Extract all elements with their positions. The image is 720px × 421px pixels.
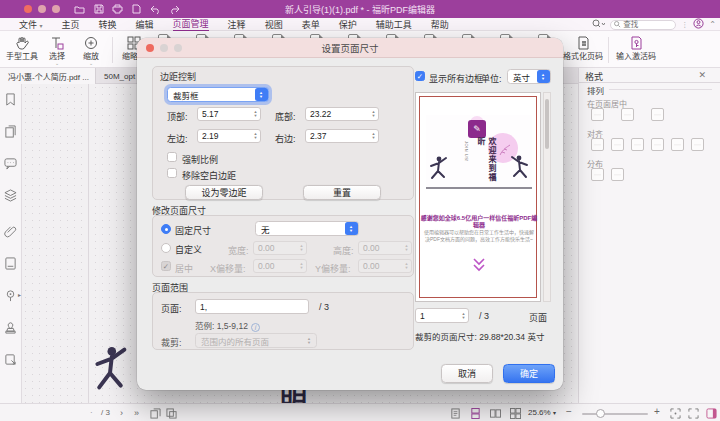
menu-view[interactable]: 视图 (265, 18, 283, 31)
box-type-dropdown[interactable]: 裁剪框 ▲▼ (167, 87, 269, 102)
right-margin-label: 右边: (275, 132, 296, 145)
last-page-icon[interactable]: » (134, 408, 139, 418)
scrollbar-thumb[interactable] (545, 99, 549, 149)
zoom-in-button[interactable]: + (654, 406, 660, 417)
preview-page-field[interactable]: 1▲▼ (415, 308, 469, 323)
sidebar-expand-arrow-icon[interactable]: ▸ (18, 291, 21, 298)
align-top-icon[interactable] (651, 138, 664, 151)
bottom-margin-field[interactable]: 23.22▲▼ (305, 107, 379, 121)
zero-margin-button[interactable]: 设为零边距 (185, 185, 263, 200)
menu-protect[interactable]: 保护 (339, 18, 357, 31)
panel-toggle-icon[interactable] (706, 408, 717, 419)
collapse-ribbon-icon[interactable]: ⌃ (709, 20, 716, 29)
find-options-icon[interactable] (592, 19, 605, 30)
preview-scrollbar[interactable] (543, 92, 551, 302)
stepper-icon[interactable]: ▲▼ (251, 132, 260, 139)
chevron-down-icon: ⌄ (40, 61, 74, 65)
remove-white-margins-checkbox[interactable] (167, 168, 177, 178)
distribute-vertical-icon[interactable] (611, 168, 624, 181)
custom-size-radio[interactable] (161, 243, 171, 253)
more-options-icon[interactable]: ⋮ (681, 21, 688, 29)
pages-panel-icon[interactable] (4, 124, 18, 138)
single-page-view-icon[interactable] (450, 408, 461, 419)
fixed-size-dropdown[interactable]: 无 ▲▼ (255, 221, 359, 236)
zoom-slider[interactable] (582, 413, 648, 415)
hand-tool-button[interactable]: 手型工具 (2, 33, 42, 61)
ok-button[interactable]: 确定 (503, 364, 555, 383)
constrain-proportions-label: 强制比例 (182, 153, 218, 166)
menu-home[interactable]: 主页 (62, 18, 80, 31)
right-margin-field[interactable]: 2.37▲▼ (305, 129, 379, 143)
menu-file[interactable]: 文件 ▾ (19, 18, 43, 31)
stepper-icon[interactable]: ▲▼ (459, 312, 468, 319)
bookmarks-panel-icon[interactable] (4, 92, 18, 106)
menu-help[interactable]: 帮助 (431, 18, 449, 31)
left-margin-field[interactable]: 2.19▲▼ (197, 129, 261, 143)
zoom-tool-button[interactable]: 缩放⌄ (74, 33, 108, 65)
menu-convert[interactable]: 转换 (99, 18, 117, 31)
cancel-button[interactable]: 取消 (441, 364, 493, 383)
stamps-panel-icon[interactable] (4, 320, 18, 334)
continuous-facing-view-icon[interactable] (510, 408, 521, 419)
align-bottom-icon[interactable] (691, 138, 704, 151)
fields-panel-icon[interactable] (4, 256, 18, 270)
info-icon[interactable]: i (251, 323, 260, 332)
search-input[interactable] (623, 20, 669, 29)
fit-page-icon[interactable] (670, 408, 681, 419)
align-right-icon[interactable] (631, 138, 644, 151)
navigation-sidebar: ▸ (0, 84, 22, 403)
clipboard-copy-icon[interactable] (166, 408, 177, 419)
stepper-icon[interactable]: ▲▼ (369, 110, 378, 117)
menu-edit[interactable]: 编辑 (136, 18, 154, 31)
next-page-icon[interactable]: › (120, 408, 123, 418)
cropped-size-info: 裁剪的页面尺寸: 29.88*20.34 英寸 (415, 330, 544, 342)
align-left-icon[interactable] (591, 138, 604, 151)
zoom-out-button[interactable]: − (566, 406, 572, 417)
close-icon[interactable]: ✕ (698, 70, 706, 80)
enter-activation-code-button[interactable]: 输入激活码 (612, 33, 660, 61)
ribbon-separator (608, 37, 609, 63)
stepper-icon[interactable]: ▲▼ (251, 110, 260, 117)
center-vertical-icon[interactable] (621, 108, 634, 121)
snapshot-icon[interactable] (150, 408, 161, 419)
align-middle-icon[interactable] (671, 138, 684, 151)
fixed-size-radio[interactable] (161, 224, 171, 234)
account-avatar-icon[interactable] (693, 18, 704, 31)
comments-panel-icon[interactable] (4, 156, 18, 170)
stepper-icon[interactable]: ▲▼ (369, 132, 378, 139)
crop-scope-dropdown: 范围内的所有页面 ▲▼ (195, 333, 317, 348)
zoom-level-dropdown[interactable]: 25.6% ▾ (528, 408, 556, 417)
destinations-panel-icon[interactable] (4, 288, 18, 302)
layers-panel-icon[interactable] (4, 188, 18, 202)
distribute-horizontal-icon[interactable] (591, 168, 604, 181)
align-center-icon[interactable] (611, 138, 624, 151)
ribbon-separator (112, 37, 113, 63)
fullscreen-icon[interactable] (688, 408, 699, 419)
select-tool-button[interactable]: 选择⌄ (40, 33, 74, 65)
show-all-borders-checkbox[interactable]: ✓ (415, 71, 425, 81)
facing-view-icon[interactable] (490, 408, 501, 419)
export-panel-icon[interactable] (4, 352, 18, 366)
x-offset-field: 0.00▲▼ (253, 259, 307, 273)
banner-figure-left (428, 155, 448, 187)
center-both-icon[interactable] (651, 108, 664, 121)
attachments-panel-icon[interactable] (4, 224, 18, 238)
unit-dropdown[interactable]: 英寸 ▲▼ (507, 69, 551, 84)
menu-form[interactable]: 表单 (302, 18, 320, 31)
menu-page-management[interactable]: 页面管理 (173, 17, 209, 32)
format-page-number-icon (560, 33, 606, 50)
menu-accessibility[interactable]: 辅助工具 (376, 18, 412, 31)
continuous-view-icon[interactable] (470, 408, 481, 419)
center-horizontal-icon[interactable] (591, 108, 604, 121)
constrain-proportions-checkbox[interactable] (167, 152, 177, 162)
crop-label: 裁剪: (161, 336, 182, 349)
menu-comment[interactable]: 注释 (228, 18, 246, 31)
document-tab-1[interactable]: 冯小惠-个人简历.pdf ... (0, 68, 96, 84)
page-range-input[interactable]: 1, (195, 299, 309, 314)
zoom-tool-icon (74, 33, 108, 50)
reset-button[interactable]: 重置 (303, 185, 381, 200)
zoom-slider-knob[interactable] (596, 409, 605, 418)
top-margin-field[interactable]: 5.17▲▼ (197, 107, 261, 121)
format-page-number-button[interactable]: 格式化页码 (560, 33, 606, 61)
page-number-field[interactable]: · (90, 408, 93, 417)
